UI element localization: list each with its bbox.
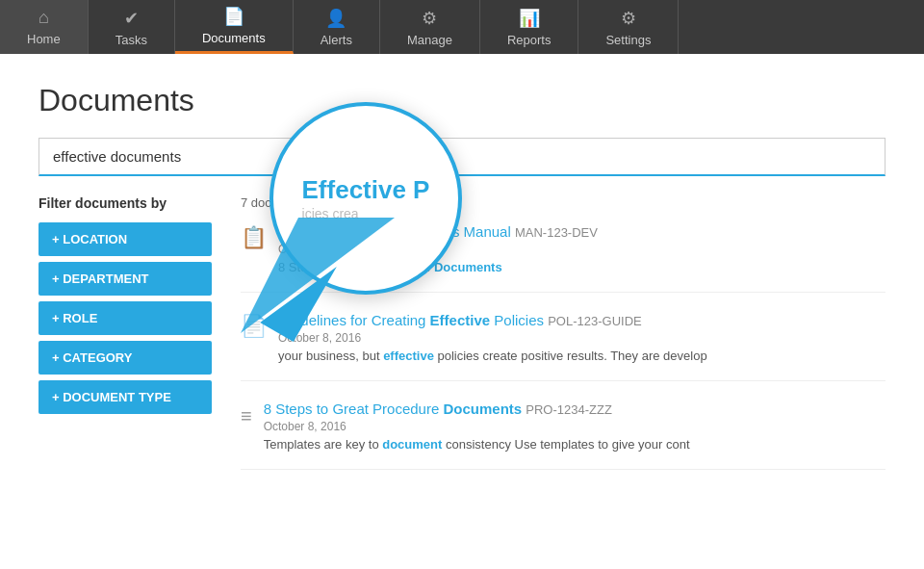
- document-item-2: 📄 Guidelines for Creating Effective Poli…: [241, 312, 886, 381]
- nav-manage[interactable]: ⚙ Manage: [380, 0, 480, 54]
- doc-title-3: 8 Steps to Great Procedure Documents PRO…: [264, 401, 690, 417]
- tasks-icon: ✔: [124, 8, 139, 29]
- document-item-3: ≡ 8 Steps to Great Procedure Documents P…: [241, 401, 886, 470]
- doc-title-2: Guidelines for Creating Effective Polici…: [278, 312, 707, 328]
- nav-documents-label: Documents: [202, 31, 266, 45]
- filter-role[interactable]: + ROLE: [38, 301, 212, 335]
- nav-reports[interactable]: 📊 Reports: [480, 0, 579, 54]
- filter-department[interactable]: + DEPARTMENT: [38, 262, 212, 296]
- doc-title-link-3[interactable]: 8 Steps to Great Procedure Documents: [264, 401, 522, 417]
- doc-date-3: October 8, 2016: [264, 420, 690, 433]
- doc-title-link-1[interactable]: Development Best Practices Manual: [278, 223, 511, 240]
- doc-code-2: POL-123-GUIDE: [548, 314, 642, 328]
- nav-settings[interactable]: ⚙ Settings: [578, 0, 679, 54]
- navigation-bar: ⌂ Home ✔ Tasks 📄 Documents 👤 Alerts ⚙ Ma…: [0, 0, 924, 54]
- alerts-icon: 👤: [325, 8, 346, 29]
- sidebar: Filter documents by + LOCATION + DEPARTM…: [38, 195, 212, 489]
- results-count: 7 documents found: [241, 195, 886, 210]
- nav-tasks-label: Tasks: [116, 33, 147, 47]
- nav-manage-label: Manage: [407, 33, 452, 47]
- reports-icon: 📊: [519, 8, 540, 29]
- nav-alerts[interactable]: 👤 Alerts: [294, 0, 380, 54]
- filter-category[interactable]: + CATEGORY: [38, 341, 212, 375]
- doc-icon-3: ≡: [241, 402, 252, 452]
- doc-snippet-3: Templates are key to document consistenc…: [264, 437, 690, 452]
- manage-icon: ⚙: [422, 8, 437, 29]
- doc-code-1: MAN-123-DEV: [515, 225, 598, 240]
- nav-settings-label: Settings: [605, 33, 651, 47]
- nav-home-label: Home: [27, 32, 61, 46]
- nav-documents[interactable]: 📄 Documents: [175, 0, 294, 54]
- doc-title-link-2[interactable]: Guidelines for Creating Effective Polici…: [278, 312, 544, 328]
- filter-label: Filter documents by: [38, 195, 212, 211]
- filter-location[interactable]: + LOCATION: [38, 222, 212, 256]
- doc-info-3: 8 Steps to Great Procedure Documents PRO…: [264, 401, 690, 452]
- nav-reports-label: Reports: [507, 33, 552, 47]
- doc-title-1: Development Best Practices Manual MAN-12…: [278, 223, 598, 240]
- doc-snippet-highlight-2: effective: [383, 349, 434, 363]
- doc-code-3: PRO-1234-ZZZ: [526, 402, 612, 417]
- nav-tasks[interactable]: ✔ Tasks: [89, 0, 175, 54]
- results-area: 7 documents found 📋 Development Best Pra…: [241, 195, 886, 489]
- doc-date-1: October 8, 2016: [278, 243, 598, 256]
- nav-home[interactable]: ⌂ Home: [0, 0, 89, 54]
- nav-alerts-label: Alerts: [321, 33, 352, 47]
- filter-document-type[interactable]: + DOCUMENT TYPE: [38, 380, 212, 414]
- body-layout: Filter documents by + LOCATION + DEPARTM…: [38, 195, 886, 489]
- doc-snippet-2: your business, but effective policies cr…: [278, 349, 707, 363]
- doc-snippet-1: 8 Steps to Great Procedure Documents: [278, 260, 598, 274]
- document-item-1: 📋 Development Best Practices Manual MAN-…: [241, 223, 886, 293]
- doc-icon-2: 📄: [241, 314, 267, 363]
- page-title: Documents: [38, 83, 886, 118]
- home-icon: ⌂: [38, 8, 49, 28]
- main-content: Documents Filter documents by + LOCATION…: [0, 54, 924, 569]
- doc-date-2: October 8, 2016: [278, 331, 707, 345]
- documents-icon: 📄: [223, 6, 244, 27]
- doc-snippet-highlight-3: document: [382, 437, 442, 452]
- doc-info-1: Development Best Practices Manual MAN-12…: [278, 223, 598, 274]
- doc-icon-1: 📋: [241, 225, 267, 274]
- doc-info-2: Guidelines for Creating Effective Polici…: [278, 312, 707, 363]
- settings-icon: ⚙: [621, 8, 636, 29]
- search-input[interactable]: [38, 138, 886, 176]
- doc-snippet-highlight-1: Documents: [434, 260, 502, 274]
